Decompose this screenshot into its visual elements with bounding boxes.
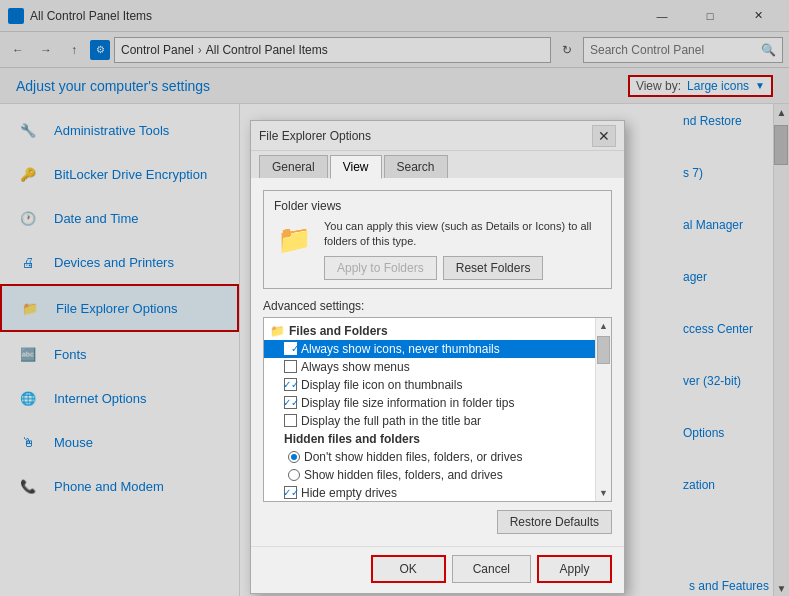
always-show-icons-checkbox[interactable]: ✓	[284, 342, 297, 355]
setting-display-file-size[interactable]: ✓ Display file size information in folde…	[264, 394, 595, 412]
checkmark-icon: ✓	[283, 379, 291, 390]
folder-views-right: You can apply this view (such as Details…	[324, 219, 601, 280]
category-files-folders: 📁 Files and Folders	[264, 322, 595, 340]
category-hidden-files: Hidden files and folders	[264, 430, 595, 448]
checkmark-icon: ✓	[283, 343, 291, 354]
settings-list-container[interactable]: 📁 Files and Folders ✓ Always show icons,…	[263, 317, 612, 502]
dont-show-hidden-label: Don't show hidden files, folders, or dri…	[304, 450, 522, 464]
folder-views-label: Folder views	[274, 199, 601, 213]
apply-button[interactable]: Apply	[537, 555, 612, 583]
show-hidden-radio[interactable]	[288, 469, 300, 481]
hide-empty-drives-label: Hide empty drives	[301, 486, 397, 500]
setting-always-show-menus[interactable]: Always show menus	[264, 358, 595, 376]
advanced-settings-label: Advanced settings:	[263, 299, 612, 313]
display-file-size-label: Display file size information in folder …	[301, 396, 514, 410]
file-explorer-dialog: File Explorer Options ✕ General View Sea…	[250, 120, 625, 594]
display-full-path-checkbox[interactable]	[284, 414, 297, 427]
hidden-files-label: Hidden files and folders	[284, 432, 420, 446]
tab-general[interactable]: General	[259, 155, 328, 178]
apply-to-folders-button[interactable]: Apply to Folders	[324, 256, 437, 280]
display-full-path-label: Display the full path in the title bar	[301, 414, 481, 428]
setting-display-full-path[interactable]: Display the full path in the title bar	[264, 412, 595, 430]
setting-dont-show-hidden[interactable]: Don't show hidden files, folders, or dri…	[264, 448, 595, 466]
settings-list: 📁 Files and Folders ✓ Always show icons,…	[264, 318, 611, 502]
checkmark-icon: ✓	[283, 397, 291, 408]
setting-hide-empty-drives[interactable]: ✓ Hide empty drives	[264, 484, 595, 502]
restore-defaults-button[interactable]: Restore Defaults	[497, 510, 612, 534]
always-show-menus-checkbox[interactable]	[284, 360, 297, 373]
files-folders-label: Files and Folders	[289, 324, 388, 338]
display-file-icon-checkbox[interactable]: ✓	[284, 378, 297, 391]
setting-show-hidden[interactable]: Show hidden files, folders, and drives	[264, 466, 595, 484]
restore-defaults-row: Restore Defaults	[263, 510, 612, 534]
folder-category-icon: 📁	[270, 324, 285, 338]
settings-scrollbar[interactable]: ▲ ▼	[595, 318, 611, 501]
folder-views-icon: 📁	[274, 219, 314, 259]
settings-scroll-up[interactable]: ▲	[596, 318, 611, 334]
dont-show-hidden-radio[interactable]	[288, 451, 300, 463]
dialog-buttons: OK Cancel Apply	[251, 546, 624, 593]
show-hidden-label: Show hidden files, folders, and drives	[304, 468, 503, 482]
folder-views-group: Folder views 📁 You can apply this view (…	[263, 190, 612, 289]
setting-display-file-icon[interactable]: ✓ Display file icon on thumbnails	[264, 376, 595, 394]
checkmark-icon: ✓	[283, 487, 291, 498]
display-file-size-checkbox[interactable]: ✓	[284, 396, 297, 409]
dialog-tabs: General View Search	[251, 151, 624, 178]
always-show-icons-label: Always show icons, never thumbnails	[301, 342, 500, 356]
hide-empty-drives-checkbox[interactable]: ✓	[284, 486, 297, 499]
tab-search[interactable]: Search	[384, 155, 448, 178]
settings-scroll-down[interactable]: ▼	[596, 485, 611, 501]
settings-scroll-track	[596, 334, 611, 485]
reset-folders-button[interactable]: Reset Folders	[443, 256, 544, 280]
ok-button[interactable]: OK	[371, 555, 446, 583]
folder-views-row: 📁 You can apply this view (such as Detai…	[274, 219, 601, 280]
cancel-button[interactable]: Cancel	[452, 555, 531, 583]
setting-always-show-icons[interactable]: ✓ Always show icons, never thumbnails	[264, 340, 595, 358]
always-show-menus-label: Always show menus	[301, 360, 410, 374]
settings-scroll-thumb[interactable]	[597, 336, 610, 364]
dialog-title: File Explorer Options	[259, 129, 592, 143]
folder-views-description: You can apply this view (such as Details…	[324, 219, 601, 250]
folder-views-buttons: Apply to Folders Reset Folders	[324, 256, 601, 280]
dialog-title-bar: File Explorer Options ✕	[251, 121, 624, 151]
display-file-icon-label: Display file icon on thumbnails	[301, 378, 462, 392]
tab-view[interactable]: View	[330, 155, 382, 179]
dialog-content: Folder views 📁 You can apply this view (…	[251, 178, 624, 546]
dialog-close-button[interactable]: ✕	[592, 125, 616, 147]
